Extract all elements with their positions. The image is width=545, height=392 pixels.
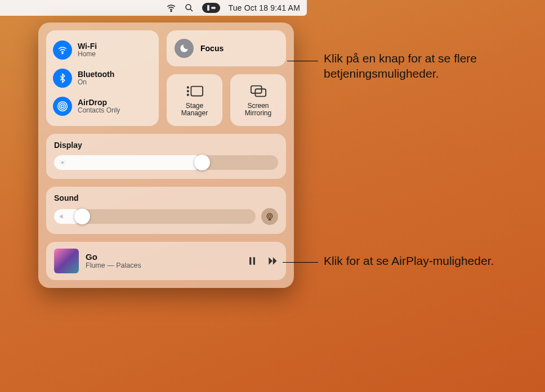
wifi-toggle[interactable]: Wi-Fi Home [53,40,152,60]
track-title: Go [86,252,240,262]
stage-manager-label: Stage Manager [181,102,208,117]
focus-button[interactable]: Focus [167,30,286,66]
spotlight-icon[interactable] [184,3,194,13]
svg-point-13 [269,215,271,218]
brightness-low-icon [59,159,66,166]
svg-point-1 [186,4,191,10]
menubar-datetime[interactable]: Tue Oct 18 9:41 AM [228,3,300,12]
control-center-icon[interactable] [202,3,220,13]
sound-slider[interactable] [54,209,256,224]
airdrop-toggle[interactable]: AirDrop Contacts Only [53,97,152,116]
focus-label: Focus [200,44,224,53]
stage-manager-icon [186,83,203,99]
control-center-panel: Wi-Fi Home Bluetooth On AirDrop [38,22,294,288]
callout-line [287,61,318,61]
svg-rect-7 [186,90,189,92]
callout-line [283,262,318,263]
wifi-label: Wi-Fi [78,42,97,51]
airdrop-icon [53,97,72,116]
svg-rect-8 [186,94,189,96]
svg-rect-9 [191,86,203,96]
sound-card: Sound [46,187,286,234]
sound-slider-knob[interactable] [74,209,90,224]
display-title: Display [54,141,278,150]
wifi-icon [53,40,72,60]
display-slider[interactable] [54,155,278,170]
callout-airplay: Klik for at se AirPlay-muligheder. [324,253,494,268]
bluetooth-status: On [78,79,114,86]
display-card: Display [46,134,286,179]
volume-low-icon [59,213,66,220]
bluetooth-label: Bluetooth [78,70,114,79]
svg-point-2 [62,53,63,54]
svg-point-4 [60,103,66,110]
connectivity-card: Wi-Fi Home Bluetooth On AirDrop [46,30,159,126]
airdrop-status: Contacts Only [78,107,120,114]
svg-point-3 [61,105,64,108]
track-artist-album: Flume — Palaces [86,262,240,269]
screen-mirroring-button[interactable]: Screen Mirroring [230,74,286,126]
now-playing-card[interactable]: Go Flume — Palaces [46,242,286,280]
svg-point-14 [267,213,272,219]
next-button[interactable] [267,255,278,267]
stage-manager-button[interactable]: Stage Manager [167,74,222,126]
wifi-icon[interactable] [166,3,176,13]
screen-mirroring-label: Screen Mirroring [245,102,271,117]
svg-rect-16 [253,257,255,264]
airplay-icon [265,211,275,222]
svg-rect-6 [186,86,189,88]
moon-icon [175,39,194,58]
svg-point-12 [61,161,64,164]
callout-buttons: Klik på en knap for at se flere betjenin… [324,51,538,82]
bluetooth-toggle[interactable]: Bluetooth On [53,69,152,88]
airplay-audio-button[interactable] [261,208,278,225]
svg-point-0 [171,11,172,12]
album-art [54,249,79,273]
display-slider-knob[interactable] [194,155,210,170]
screen-mirroring-icon [250,83,267,99]
menubar: Tue Oct 18 9:41 AM [0,0,307,16]
bluetooth-icon [53,69,72,88]
sound-title: Sound [54,193,278,202]
airdrop-label: AirDrop [78,98,120,107]
pause-button[interactable] [247,255,258,267]
wifi-status: Home [78,51,97,58]
svg-rect-15 [249,257,251,264]
